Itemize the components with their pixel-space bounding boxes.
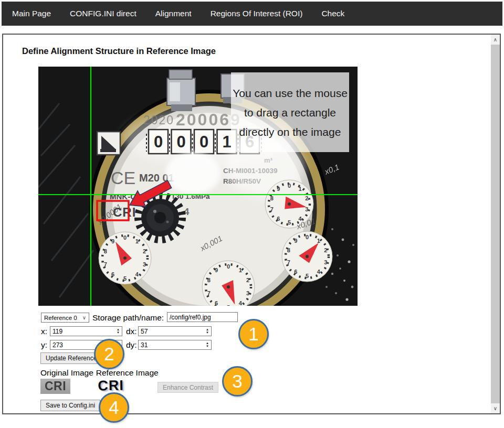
scroll-down-icon[interactable]: ∨ (491, 403, 500, 413)
x-spinner[interactable]: ▲ ▼ (114, 327, 122, 336)
dial-digit: 8 (287, 247, 290, 253)
reference-image-label: Reference Image (96, 368, 159, 378)
dial-digit: 5 (288, 219, 291, 226)
dial-digit: 6 (111, 271, 114, 277)
spinner-down-icon[interactable]: ▼ (117, 331, 120, 334)
dial-digit: 8 (207, 277, 211, 283)
dx-input-field[interactable] (139, 327, 204, 336)
nav-item-main-page[interactable]: Main Page (12, 9, 51, 18)
dial-digit: 8 (270, 195, 274, 201)
nav-item-check[interactable]: Check (321, 9, 344, 18)
dial-digit: 5 (123, 275, 127, 282)
dial-digit: 6 (277, 216, 280, 222)
dy-spinner[interactable]: ▲ ▼ (204, 340, 211, 349)
dial-digit: 5 (306, 273, 309, 279)
dial-digit: 3 (305, 206, 308, 212)
dial-digit: 6 (294, 269, 297, 275)
spinner-down-icon[interactable]: ▼ (206, 345, 209, 348)
digit-2: 0 (200, 133, 208, 151)
etched-year: 2020 (143, 113, 174, 127)
reference-select[interactable]: Reference 0 ∨ (41, 313, 89, 323)
dial-digit: 0 (288, 183, 291, 189)
x-input[interactable]: ▲ ▼ (50, 326, 122, 336)
step-badge-1: 1 (238, 319, 269, 349)
nav-item-roi[interactable]: Regions Of Interest (ROI) (211, 9, 303, 18)
page-title: Define Alignment Structure in Reference … (22, 46, 216, 56)
original-crop-thumbnail: CRI (40, 379, 70, 394)
dial-digit: 2 (143, 248, 146, 254)
enhance-contrast-button[interactable]: Enhance Contrast (158, 382, 218, 393)
ce-mark: CE (111, 168, 135, 188)
dial-digit: 4 (135, 271, 139, 277)
dial-digit: 7 (270, 206, 274, 212)
scrollbar-thumb[interactable] (491, 45, 500, 403)
nav-item-config-ini[interactable]: CONFIG.INI direct (70, 9, 136, 18)
nav-bar: Main Page CONFIG.INI direct Alignment Re… (2, 2, 502, 26)
dx-label: dx: (126, 327, 137, 336)
dial-digit: 4 (239, 300, 243, 306)
digit-3: 1 (222, 133, 231, 151)
save-to-config-button[interactable]: Save to Config.ini (40, 400, 100, 411)
dial-x001: 0123456789 (282, 231, 332, 282)
dial-digit: 3 (143, 261, 146, 268)
dial-digit: 5 (227, 304, 230, 306)
dial-digit: 8 (104, 248, 107, 254)
dial-digit: 2 (324, 247, 327, 253)
spinner-down-icon[interactable]: ▼ (206, 331, 209, 334)
reference-crop-thumbnail: CRI (93, 377, 129, 394)
dx-input[interactable]: ▲ ▼ (138, 326, 212, 336)
dy-input-field[interactable] (139, 340, 204, 349)
dial-digit: 4 (317, 269, 321, 275)
reference-select-value: Reference 0 (44, 315, 77, 321)
dial-digit: 3 (324, 259, 327, 265)
dy-input[interactable]: ▲ ▼ (138, 340, 212, 350)
storage-path-label: Storage path/name: (92, 313, 164, 323)
digit-0: 0 (154, 133, 163, 151)
original-image-label: Original Image (40, 368, 93, 378)
dial-digit: 2 (305, 195, 308, 201)
crop-section-labels: Original Image Reference Image (40, 368, 159, 378)
dial-digit: 1 (135, 238, 139, 244)
nav-item-alignment[interactable]: Alignment (155, 9, 192, 18)
update-reference-button[interactable]: Update Reference (40, 352, 102, 364)
drag-hint-overlay: You can use the mouse to drag a rectangl… (231, 72, 349, 152)
dial-digit: 7 (287, 259, 290, 265)
reference-image[interactable]: 2020 200069 0 (38, 67, 358, 306)
dial-digit: 0 (306, 234, 309, 240)
dial-digit: 9 (277, 186, 280, 192)
x-label: x: (41, 327, 47, 336)
dial-digit: 1 (299, 186, 302, 192)
dial-digit: 9 (294, 238, 297, 244)
scroll-up-icon[interactable]: ∧ (491, 35, 500, 45)
dial-digit: 1 (317, 238, 320, 244)
dx-spinner[interactable]: ▲ ▼ (204, 327, 211, 336)
dial-digit: 0 (123, 234, 127, 241)
dial-digit: 6 (215, 300, 218, 306)
x-input-field[interactable] (50, 327, 114, 336)
step-badge-2: 2 (94, 339, 124, 369)
dial-digit: 7 (207, 290, 211, 296)
vertical-scrollbar[interactable]: ∧ ∨ (491, 35, 500, 413)
step-badge-4: 4 (99, 392, 129, 423)
dial-digit: 9 (111, 238, 114, 244)
page: Main Page CONFIG.INI direct Alignment Re… (0, 0, 504, 428)
dial-digit: 1 (239, 267, 242, 273)
dial-digit: 3 (246, 290, 249, 296)
y-label: y: (41, 340, 47, 350)
digit-1: 0 (176, 133, 185, 151)
dial-digit: 7 (104, 261, 107, 268)
dial-digit: 2 (246, 277, 249, 283)
dial-digit: 0 (227, 263, 230, 270)
dial-x00001: 0123456789 (99, 232, 151, 284)
metrology-mark-icon (97, 132, 120, 155)
dy-label: dy: (126, 340, 137, 350)
chevron-down-icon: ∨ (82, 315, 86, 320)
dial-digit: 9 (215, 267, 218, 273)
step-badge-3: 3 (222, 366, 253, 397)
storage-path-input[interactable] (167, 312, 238, 322)
